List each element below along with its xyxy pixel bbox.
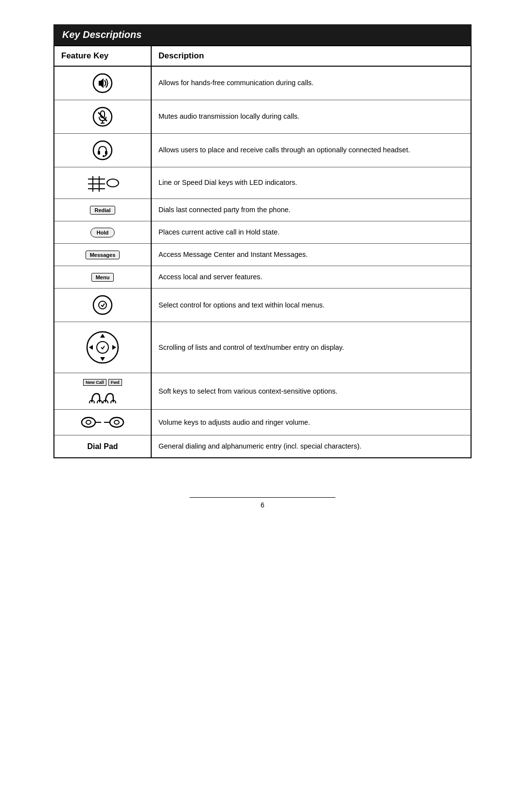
- desc-cell-volume: Volume keys to adjusts audio and ringer …: [151, 410, 471, 435]
- svg-marker-22: [100, 357, 105, 361]
- navpad-icon: [61, 328, 144, 367]
- dialpad-label: Dial Pad: [87, 442, 118, 451]
- desc-cell-hold: Places current active call in Hold state…: [151, 221, 471, 244]
- svg-point-29: [82, 417, 95, 427]
- svg-point-34: [114, 420, 119, 424]
- mute-icon: [61, 106, 144, 127]
- table-row: Select control for options and text with…: [54, 289, 471, 322]
- svg-marker-23: [89, 345, 93, 350]
- desc-cell-navpad: Scrolling of lists and control of text/n…: [151, 322, 471, 373]
- page-container: Key Descriptions Feature Key Description: [53, 24, 472, 509]
- feature-cell-hold: Hold: [54, 221, 151, 244]
- svg-marker-21: [100, 334, 105, 338]
- desc-cell-dialpad: General dialing and alphanumeric entry (…: [151, 435, 471, 458]
- feature-cell-redial: Redial: [54, 199, 151, 221]
- desc-cell-headset: Allows users to place and receive calls …: [151, 134, 471, 167]
- table-row: Menu Access local and server features.: [54, 266, 471, 289]
- svg-point-17: [93, 296, 112, 314]
- softkey-buttons: New Call Fwd: [83, 379, 122, 386]
- desc-cell-mute: Mutes audio transmission locally during …: [151, 100, 471, 134]
- svg-marker-1: [99, 78, 104, 88]
- feature-cell-speaker: [54, 66, 151, 100]
- feature-cell-mute: [54, 100, 151, 134]
- table-row: Messages Access Message Center and Insta…: [54, 244, 471, 266]
- desc-cell-select: Select control for options and text with…: [151, 289, 471, 322]
- menu-button-label: Menu: [91, 273, 114, 282]
- volume-icon: [61, 415, 144, 429]
- table-row: Allows users to place and receive calls …: [54, 134, 471, 167]
- softkey-handles: [88, 389, 117, 403]
- col-header-feature: Feature Key: [54, 46, 151, 66]
- table-row: Mutes audio transmission locally during …: [54, 100, 471, 134]
- svg-point-10: [103, 155, 105, 157]
- redial-button-label: Redial: [90, 206, 115, 215]
- speaker-icon: [61, 72, 144, 94]
- table-row: Line or Speed Dial keys with LED indicat…: [54, 167, 471, 199]
- table-row: Redial Dials last connected party from t…: [54, 199, 471, 221]
- feature-cell-select: [54, 289, 151, 322]
- desc-cell-menu: Access local and server features.: [151, 266, 471, 289]
- desc-cell-messages: Access Message Center and Instant Messag…: [151, 244, 471, 266]
- feature-cell-dialpad: Dial Pad: [54, 435, 151, 458]
- newcall-softkey: New Call: [83, 379, 106, 386]
- svg-marker-24: [112, 345, 116, 350]
- footer-divider: [190, 497, 335, 498]
- desc-cell-line: Line or Speed Dial keys with LED indicat…: [151, 167, 471, 199]
- table-header-row: Feature Key Description: [54, 46, 471, 66]
- page-number: 6: [261, 501, 264, 509]
- feature-cell-menu: Menu: [54, 266, 151, 289]
- col-header-description: Description: [151, 46, 471, 66]
- desc-cell-speaker: Allows for hands-free communication duri…: [151, 66, 471, 100]
- feature-cell-headset: [54, 134, 151, 167]
- table-row: New Call Fwd: [54, 373, 471, 410]
- svg-point-30: [86, 420, 91, 424]
- hold-button-label: Hold: [90, 228, 115, 237]
- feature-cell-navpad: [54, 322, 151, 373]
- svg-point-7: [93, 141, 112, 160]
- table-row: Dial Pad General dialing and alphanumeri…: [54, 435, 471, 458]
- table-row: Scrolling of lists and control of text/n…: [54, 322, 471, 373]
- section-header: Key Descriptions: [53, 24, 472, 45]
- svg-rect-8: [98, 151, 100, 155]
- section-title: Key Descriptions: [62, 29, 141, 40]
- key-descriptions-table: Feature Key Description: [53, 45, 472, 458]
- feature-cell-messages: Messages: [54, 244, 151, 266]
- page-footer: 6: [53, 497, 472, 509]
- svg-point-16: [107, 179, 119, 187]
- messages-button-label: Messages: [86, 251, 120, 259]
- dialpad-icon: Dial Pad: [61, 442, 144, 451]
- headset-icon: [61, 140, 144, 161]
- feature-cell-line: [54, 167, 151, 199]
- feature-cell-softkeys: New Call Fwd: [54, 373, 151, 410]
- desc-cell-softkeys: Soft keys to select from various context…: [151, 373, 471, 410]
- fwd-softkey: Fwd: [108, 379, 122, 386]
- softkey-area: New Call Fwd: [83, 379, 122, 403]
- svg-point-33: [110, 417, 123, 427]
- messages-icon: Messages: [61, 251, 144, 259]
- line-key-icon: [61, 173, 144, 193]
- desc-cell-redial: Dials last connected party from the phon…: [151, 199, 471, 221]
- volume-svg: [81, 415, 124, 429]
- hold-icon: Hold: [61, 228, 144, 237]
- svg-point-20: [97, 342, 108, 353]
- feature-cell-volume: [54, 410, 151, 435]
- softkeys-icon: New Call Fwd: [61, 379, 144, 403]
- table-row: Volume keys to adjusts audio and ringer …: [54, 410, 471, 435]
- select-icon: [61, 294, 144, 316]
- table-row: Allows for hands-free communication duri…: [54, 66, 471, 100]
- svg-point-18: [99, 301, 106, 309]
- handles-svg: [88, 389, 117, 403]
- redial-icon: Redial: [61, 206, 144, 215]
- menu-icon: Menu: [61, 273, 144, 282]
- table-row: Hold Places current active call in Hold …: [54, 221, 471, 244]
